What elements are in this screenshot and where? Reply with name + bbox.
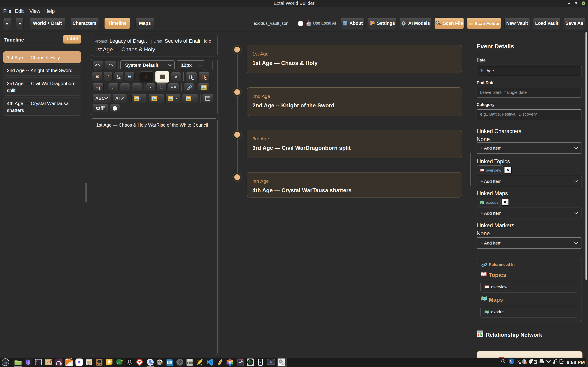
svg-text:hp: hp (510, 360, 513, 363)
svg-text:i: i (345, 22, 346, 25)
svg-text:paranoid: paranoid (128, 363, 131, 364)
svg-text:lm: lm (4, 361, 7, 364)
svg-text:K: K (259, 361, 262, 364)
svg-text:3: 3 (534, 359, 537, 365)
svg-text:6:53 PM: 6:53 PM (567, 360, 585, 365)
svg-text:>_: >_ (36, 360, 39, 362)
svg-text:0.: 0. (190, 360, 192, 361)
